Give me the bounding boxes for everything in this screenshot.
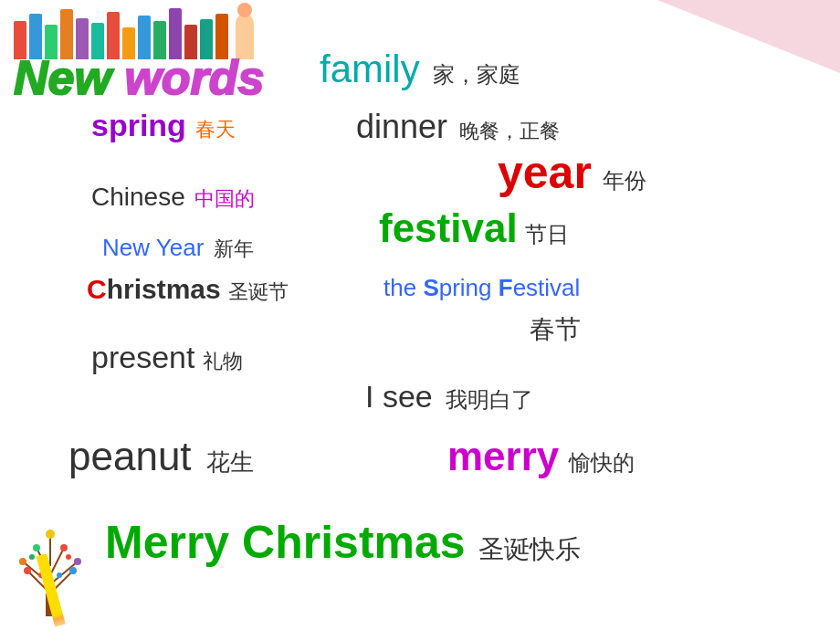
word-newyear-english: New Year [102,234,204,261]
word-newyear: New Year 新年 [102,234,254,263]
word-merry-christmas-chinese: 圣诞快乐 [478,535,581,563]
word-spring-festival-chinese: 春节 [530,315,581,343]
word-newyear-chinese: 新年 [214,237,254,260]
word-christmas: Christmas 圣诞节 [87,274,289,306]
word-festival-chinese: 节日 [525,222,569,247]
svg-point-11 [74,558,81,565]
svg-point-18 [66,554,71,560]
word-festival-english: festival [379,205,518,250]
word-family-english: family [320,47,420,90]
word-year: year 年份 [498,146,646,199]
word-spring-chinese: 春天 [195,118,236,141]
word-christmas-c: C [87,274,107,304]
word-spring-english: spring [91,108,186,142]
word-family-chinese: 家，家庭 [433,62,520,87]
word-dinner: dinner 晚餐，正餐 [356,108,560,146]
svg-point-17 [29,554,35,560]
word-year-chinese: 年份 [603,168,646,193]
word-festival: festival 节日 [379,205,569,251]
svg-line-6 [50,548,64,575]
word-family: family 家，家庭 [320,47,520,91]
word-peanut: peanut 花生 [68,434,254,479]
word-present-english: present [91,340,194,374]
word-spring-festival: the Spring Festival [383,274,580,302]
svg-point-13 [60,544,68,551]
word-spring-festival-f: F [499,274,513,301]
svg-point-10 [19,558,26,565]
word-isee-english: I see [365,379,433,414]
word-spring-cn: 春节 [530,312,581,347]
word-merry-christmas: Merry Christmas 圣诞快乐 [105,516,581,569]
word-present-chinese: 礼物 [203,350,243,373]
title-words: words [124,51,264,104]
svg-point-16 [57,572,62,578]
word-year-english: year [498,147,592,198]
svg-point-8 [24,567,31,574]
svg-point-12 [33,544,40,551]
word-christmas-chinese: 圣诞节 [228,280,289,303]
word-chinese-chinese: 中国的 [194,187,255,210]
word-spring-festival-pring: pring [439,274,499,301]
word-merry-chinese: 愉快的 [569,450,635,475]
word-isee-chinese: 我明白了 [446,387,533,412]
word-spring-festival-estival: estival [513,274,581,301]
word-peanut-english: peanut [68,434,192,478]
svg-point-14 [46,530,55,539]
word-spring-festival-s: S [423,274,438,301]
top-right-decoration [657,0,840,73]
word-dinner-chinese: 晚餐，正餐 [459,120,560,142]
title-new: New [14,51,111,104]
word-present: present 礼物 [91,340,243,375]
word-peanut-chinese: 花生 [206,448,254,476]
word-isee: I see 我明白了 [365,379,533,415]
svg-point-9 [69,567,77,574]
word-spring: spring 春天 [91,108,236,143]
word-dinner-english: dinner [356,108,447,145]
word-merry-christmas-english: Merry Christmas [105,517,466,568]
word-spring-festival-the: the [383,274,423,301]
word-christmas-rest: hristmas [107,274,221,304]
page-title: New words [14,50,265,105]
word-merry-english: merry [447,434,559,478]
word-chinese-english: Chinese [91,183,185,211]
word-merry: merry 愉快的 [447,434,635,479]
word-chinese: Chinese 中国的 [91,183,255,213]
